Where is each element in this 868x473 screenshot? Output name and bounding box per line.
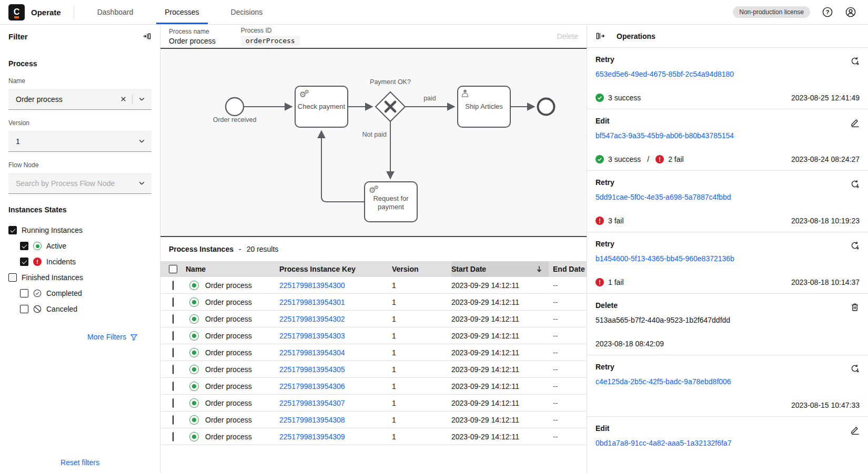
version-dropdown[interactable]: 1 (8, 131, 152, 152)
column-header-version[interactable]: Version (392, 261, 451, 277)
active-state-icon (189, 398, 199, 408)
instance-key-link[interactable]: 2251799813954309 (279, 433, 345, 441)
chevron-down-icon[interactable] (137, 95, 146, 104)
user-avatar-icon[interactable] (845, 6, 856, 18)
select-all-checkbox[interactable] (169, 265, 177, 273)
checkbox-checked[interactable] (20, 258, 28, 266)
filter-canceled[interactable]: Canceled (20, 301, 152, 317)
operation-id-link[interactable]: 0bd1a7a8-91cc-4a82-aaa5-1a32132f6fa7 (596, 439, 860, 447)
filter-finished-instances[interactable]: Finished Instances (8, 270, 152, 285)
operation-id-link[interactable]: c4e125da-2b5c-42f5-badc-9a78ebd8f006 (596, 377, 860, 386)
table-row[interactable]: Order process 2251799813954307 1 2023-09… (160, 395, 587, 412)
collapse-panel-icon[interactable] (142, 32, 152, 41)
active-state-icon (189, 297, 199, 307)
license-badge[interactable]: Non-production license (733, 6, 810, 18)
column-header-start-date[interactable]: Start Date (451, 261, 549, 277)
operation-id-link[interactable]: b1454600-5f13-4365-bb45-960e8372136b (596, 254, 860, 263)
row-checkbox[interactable] (173, 432, 174, 441)
more-filters-label[interactable]: More Filters (87, 333, 126, 341)
process-name-combobox[interactable]: Order process (8, 89, 152, 110)
table-row[interactable]: Order process 2251799813954302 1 2023-09… (160, 311, 587, 327)
row-checkbox[interactable] (173, 415, 174, 425)
filter-running-instances[interactable]: Running Instances (8, 222, 152, 238)
table-row[interactable]: Order process 2251799813954305 1 2023-09… (160, 361, 587, 378)
checkbox-unchecked[interactable] (20, 305, 28, 313)
sort-descending-arrow-icon[interactable] (535, 265, 543, 273)
clear-x-icon[interactable] (118, 95, 128, 104)
retry-icon[interactable] (850, 56, 860, 66)
tab-processes[interactable]: Processes (149, 0, 215, 24)
table-row[interactable]: Order process 2251799813954300 1 2023-09… (160, 277, 587, 294)
table-row[interactable]: Order process 2251799813954304 1 2023-09… (160, 344, 587, 361)
column-header-name[interactable]: Name (186, 261, 279, 277)
camunda-logo[interactable]: C (8, 4, 25, 20)
row-checkbox[interactable] (173, 281, 174, 290)
edit-pencil-icon[interactable] (850, 425, 860, 435)
checkbox-checked[interactable] (20, 242, 28, 250)
retry-icon[interactable] (850, 179, 860, 189)
table-row[interactable]: Order process 2251799813954308 1 2023-09… (160, 412, 587, 428)
instance-key-link[interactable]: 2251799813954301 (279, 298, 345, 306)
reset-filters-link[interactable]: Reset filters (0, 458, 160, 467)
filter-active[interactable]: Active (20, 238, 152, 254)
reset-filters-label[interactable]: Reset filters (60, 458, 99, 467)
instance-key-link[interactable]: 2251799813954300 (279, 281, 345, 290)
bpmn-end-event[interactable] (538, 99, 554, 115)
instance-key-link[interactable]: 2251799813954304 (279, 348, 345, 357)
chevron-down-icon[interactable] (137, 179, 146, 188)
table-row[interactable]: Order process 2251799813954303 1 2023-09… (160, 327, 587, 344)
edit-pencil-icon[interactable] (850, 118, 860, 127)
checkbox-checked[interactable] (8, 226, 17, 234)
tab-dashboard[interactable]: Dashboard (82, 0, 149, 24)
instance-key-link[interactable]: 2251799813954307 (279, 399, 345, 407)
flow-node-search-input[interactable]: Search by Process Flow Node (8, 173, 152, 194)
row-checkbox[interactable] (173, 398, 174, 408)
table-row[interactable]: Order process 2251799813954306 1 2023-09… (160, 378, 587, 395)
table-row[interactable]: Order process 2251799813954301 1 2023-09… (160, 294, 587, 311)
bpmn-gateway-payment-ok[interactable]: Payment OK? (370, 78, 411, 121)
operation-id-link[interactable]: bf547ac3-9a35-45b9-ab06-b80b43785154 (596, 131, 860, 140)
chevron-down-icon[interactable] (137, 137, 146, 146)
table-row[interactable]: Order process 2251799813954309 1 2023-09… (160, 428, 587, 445)
fail-exclamation-icon (596, 278, 604, 286)
row-checkbox[interactable] (173, 297, 174, 307)
checkbox-unchecked[interactable] (20, 289, 28, 297)
svg-text:Ship Articles: Ship Articles (465, 102, 503, 110)
flow-node-placeholder: Search by Process Flow Node (16, 179, 137, 188)
trash-icon[interactable] (850, 302, 860, 312)
filter-completed[interactable]: Completed (20, 285, 152, 301)
row-checkbox[interactable] (173, 365, 174, 374)
checkbox-unchecked[interactable] (8, 273, 17, 282)
state-label: Canceled (46, 305, 77, 313)
row-checkbox[interactable] (173, 331, 174, 341)
filter-incidents[interactable]: ! Incidents (20, 254, 152, 270)
row-checkbox[interactable] (173, 382, 174, 391)
column-header-end-date[interactable]: End Date (549, 261, 587, 277)
flow-request-to-check[interactable] (321, 131, 365, 202)
bpmn-task-check-payment[interactable]: Check payment ⚙ ⚙ (295, 86, 348, 127)
instance-key-link[interactable]: 2251799813954302 (279, 315, 345, 323)
expand-panel-icon[interactable] (596, 32, 605, 41)
instance-name: Order process (205, 332, 252, 340)
bpmn-task-ship-articles[interactable]: Ship Articles (458, 86, 510, 127)
retry-icon[interactable] (850, 241, 860, 250)
delete-button[interactable]: Delete (557, 32, 578, 40)
main-layout: Filter Process Name Order process Versio… (0, 25, 868, 473)
tab-decisions[interactable]: Decisions (215, 0, 279, 24)
retry-icon[interactable] (850, 364, 860, 373)
operation-id-link[interactable]: 653ed5e6-49ed-4675-85bf-2c54a94d8180 (596, 70, 860, 78)
instance-key-link[interactable]: 2251799813954303 (279, 332, 345, 340)
bpmn-start-event[interactable]: Order received (213, 98, 257, 124)
help-icon[interactable]: ? (822, 6, 833, 18)
instance-key-link[interactable]: 2251799813954306 (279, 382, 345, 390)
bpmn-diagram-canvas[interactable]: Order received Check payment ⚙ ⚙ Payment… (160, 48, 587, 237)
column-header-key[interactable]: Process Instance Key (279, 261, 392, 277)
row-checkbox[interactable] (173, 348, 174, 357)
bpmn-task-request-for-payment[interactable]: Request for payment ⚙ ⚙ (365, 182, 417, 222)
select-all-checkbox-cell[interactable] (169, 261, 177, 277)
operation-id-link[interactable]: 5dd91cae-5f0c-4e35-a698-5a7887c4fbbd (596, 193, 860, 201)
instance-key-link[interactable]: 2251799813954308 (279, 416, 345, 424)
instance-key-link[interactable]: 2251799813954305 (279, 365, 345, 374)
more-filters-link[interactable]: More Filters (8, 333, 152, 341)
row-checkbox[interactable] (173, 314, 174, 324)
